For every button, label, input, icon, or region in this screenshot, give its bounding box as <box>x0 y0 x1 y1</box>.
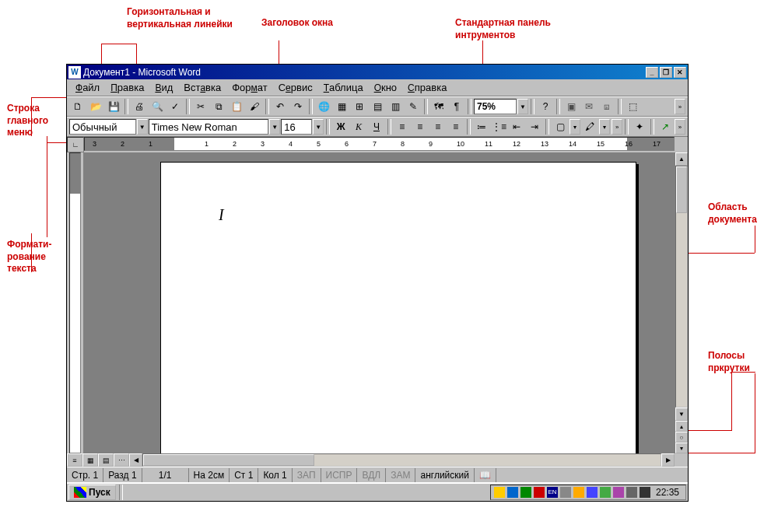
help-icon[interactable]: ? <box>537 98 554 115</box>
maximize-button[interactable]: ❐ <box>660 67 672 78</box>
menu-insert[interactable]: Вставка <box>178 80 226 95</box>
fmt-extra2-icon[interactable]: ↗ <box>657 118 674 135</box>
vscroll-track[interactable] <box>675 166 688 408</box>
next-page-button[interactable]: ▾ <box>675 443 688 453</box>
menu-help[interactable]: Справка <box>402 80 452 95</box>
underline-button[interactable]: Ч <box>368 118 385 135</box>
status-lang[interactable]: английский <box>415 468 474 482</box>
browse-object-button[interactable]: ○ <box>675 432 688 443</box>
menu-table[interactable]: Таблица <box>318 80 369 95</box>
highlight-icon[interactable]: 🖍 <box>581 118 598 135</box>
page-viewport[interactable]: I <box>84 152 675 453</box>
tray-icon-6[interactable] <box>573 487 584 498</box>
titlebar[interactable]: W Документ1 - Microsoft Word _ ❐ ✕ <box>67 65 688 79</box>
toolbar-more[interactable]: » <box>675 99 685 114</box>
hscroll-track[interactable] <box>142 453 661 467</box>
minimize-button[interactable]: _ <box>646 67 658 78</box>
menu-tools[interactable]: Сервис <box>273 80 318 95</box>
decrease-indent-icon[interactable]: ⇤ <box>509 118 526 135</box>
vertical-ruler[interactable] <box>67 152 84 453</box>
menu-file[interactable]: Файл <box>70 80 105 95</box>
open-icon[interactable]: 📂 <box>87 98 104 115</box>
size-select[interactable]: 16 <box>281 119 312 135</box>
close-button[interactable]: ✕ <box>674 67 686 78</box>
paste-icon[interactable]: 📋 <box>228 98 245 115</box>
outline-view-icon[interactable]: ⋯ <box>114 453 129 467</box>
fmt-more2[interactable]: » <box>675 119 685 135</box>
menu-window[interactable]: Окно <box>369 80 402 95</box>
status-ovr[interactable]: ЗАМ <box>386 468 415 482</box>
show-hide-icon[interactable]: ¶ <box>448 98 465 115</box>
style-select[interactable]: Обычный <box>69 119 136 135</box>
menu-format[interactable]: Формат <box>226 80 273 95</box>
start-button[interactable]: Пуск <box>68 485 116 500</box>
zoom-input[interactable]: 75% <box>474 99 517 114</box>
align-center-icon[interactable]: ≡ <box>412 118 429 135</box>
tb-extra3-icon[interactable]: ⧆ <box>598 98 615 115</box>
spelling-icon[interactable]: ✓ <box>166 98 184 115</box>
page[interactable]: I <box>160 162 636 453</box>
hscroll-thumb[interactable] <box>143 454 314 466</box>
insert-table-icon[interactable]: ⊞ <box>351 98 368 115</box>
horizontal-ruler[interactable]: 3211234567891011121314151617 <box>84 137 675 151</box>
increase-indent-icon[interactable]: ⇥ <box>526 118 543 135</box>
tb-extra4-icon[interactable]: ⬚ <box>624 98 641 115</box>
scroll-right-button[interactable]: ▶ <box>661 453 675 467</box>
numbering-icon[interactable]: ≔ <box>473 118 490 135</box>
vertical-scrollbar[interactable]: ▲ ▼ ▴ ○ ▾ <box>675 152 688 453</box>
font-select[interactable]: Times New Roman <box>149 119 269 135</box>
scroll-up-button[interactable]: ▲ <box>675 152 688 166</box>
style-dropdown[interactable]: ▼ <box>137 119 148 135</box>
drawing-icon[interactable]: ✎ <box>405 98 422 115</box>
tray-icon-5[interactable] <box>560 487 571 498</box>
status-book-icon[interactable]: 📖 <box>475 468 496 482</box>
tray-icon-2[interactable] <box>507 487 518 498</box>
tray-icon-9[interactable] <box>613 487 624 498</box>
hyperlink-icon[interactable]: 🌐 <box>315 98 332 115</box>
menu-view[interactable]: Вид <box>149 80 178 95</box>
taskbar-clock[interactable]: 22:35 <box>653 487 682 498</box>
tray-icon-7[interactable] <box>587 487 598 498</box>
bullets-icon[interactable]: ⋮≡ <box>491 118 508 135</box>
cut-icon[interactable]: ✂ <box>192 98 209 115</box>
copy-icon[interactable]: ⧉ <box>210 98 227 115</box>
redo-icon[interactable]: ↷ <box>289 98 307 115</box>
menu-edit[interactable]: Правка <box>105 80 149 95</box>
save-icon[interactable]: 💾 <box>105 98 122 115</box>
vscroll-thumb[interactable] <box>676 166 687 213</box>
web-view-icon[interactable]: ▦ <box>82 453 98 467</box>
status-trk[interactable]: ИСПР <box>321 468 358 482</box>
tables-borders-icon[interactable]: ▦ <box>333 98 350 115</box>
preview-icon[interactable]: 🔍 <box>149 98 166 115</box>
align-justify-icon[interactable]: ≡ <box>447 118 464 135</box>
size-dropdown[interactable]: ▼ <box>313 119 324 135</box>
new-icon[interactable]: 🗋 <box>69 98 86 115</box>
print-view-icon[interactable]: ▤ <box>98 453 114 467</box>
tray-icon-11[interactable] <box>640 487 650 498</box>
font-dropdown[interactable]: ▼ <box>269 119 280 135</box>
print-icon[interactable]: 🖨 <box>131 98 148 115</box>
tray-icon-4[interactable] <box>534 487 545 498</box>
doc-map-icon[interactable]: 🗺 <box>430 98 447 115</box>
align-right-icon[interactable]: ≡ <box>429 118 447 135</box>
prev-page-button[interactable]: ▴ <box>675 421 688 432</box>
ruler-corner[interactable]: ∟ <box>67 137 84 152</box>
excel-icon[interactable]: ▤ <box>369 98 386 115</box>
zoom-dropdown[interactable]: ▼ <box>517 99 528 114</box>
borders-icon[interactable]: ▢ <box>552 118 569 135</box>
tray-icon-3[interactable] <box>520 487 531 498</box>
tb-extra1-icon[interactable]: ▣ <box>562 98 580 115</box>
undo-icon[interactable]: ↶ <box>272 98 289 115</box>
columns-icon[interactable]: ▥ <box>387 98 404 115</box>
scroll-left-button[interactable]: ◀ <box>129 453 142 467</box>
status-rec[interactable]: ЗАП <box>293 468 321 482</box>
bold-button[interactable]: Ж <box>332 118 349 135</box>
fmt-more[interactable]: » <box>612 119 622 135</box>
tray-icon-8[interactable] <box>600 487 611 498</box>
italic-button[interactable]: К <box>350 118 367 135</box>
borders-dropdown[interactable]: ▾ <box>569 119 580 135</box>
tray-icon-10[interactable] <box>626 487 637 498</box>
highlight-dropdown[interactable]: ▾ <box>599 119 610 135</box>
scroll-down-button[interactable]: ▼ <box>675 408 688 421</box>
tb-extra2-icon[interactable]: ✉ <box>580 98 598 115</box>
